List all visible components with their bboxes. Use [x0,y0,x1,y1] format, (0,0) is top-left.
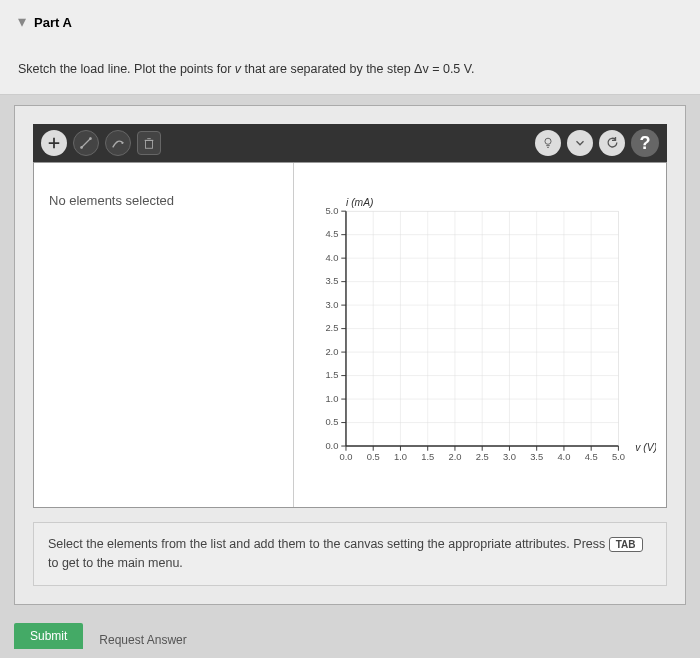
svg-text:2.0: 2.0 [448,451,461,462]
instruction-text: Sketch the load line. Plot the points fo… [18,62,682,76]
svg-text:2.0: 2.0 [325,346,338,357]
hint-box: Select the elements from the list and ad… [33,522,667,586]
plot-canvas[interactable]: i (mA) 0.00.51.01.52.02.53.03.54.04.55.0… [294,163,666,507]
help-button[interactable]: ? [631,129,659,157]
svg-text:5.0: 5.0 [612,451,625,462]
no-selection-text: No elements selected [49,193,278,208]
svg-point-2 [121,142,123,144]
svg-point-1 [89,137,92,140]
y-axis-label: i (mA) [346,197,374,208]
svg-text:1.0: 1.0 [394,451,407,462]
svg-text:2.5: 2.5 [476,451,489,462]
tab-key-label: TAB [609,537,643,552]
svg-text:4.5: 4.5 [585,451,598,462]
svg-text:3.0: 3.0 [325,299,338,310]
collapse-indicator: ▾ [18,13,26,30]
svg-point-0 [80,146,83,149]
svg-text:3.5: 3.5 [530,451,543,462]
svg-text:3.0: 3.0 [503,451,516,462]
dropdown-button[interactable] [567,130,593,156]
submit-button[interactable]: Submit [14,623,83,649]
svg-text:0.5: 0.5 [367,451,380,462]
chart-svg: i (mA) 0.00.51.01.52.02.53.03.54.04.55.0… [299,183,656,493]
svg-text:0.5: 0.5 [325,416,338,427]
element-sidebar: No elements selected [34,163,294,507]
drawing-panel: ? No elements selected i (mA) 0.00.51.01… [14,105,686,605]
svg-text:2.5: 2.5 [325,322,338,333]
svg-text:0.0: 0.0 [325,440,338,451]
hint-button[interactable] [535,130,561,156]
svg-text:3.5: 3.5 [325,275,338,286]
delete-tool[interactable] [137,131,161,155]
line-tool[interactable] [73,130,99,156]
x-axis-label: v (V) [635,442,656,453]
curve-tool[interactable] [105,130,131,156]
svg-text:4.0: 4.0 [325,252,338,263]
svg-text:1.5: 1.5 [421,451,434,462]
svg-text:1.0: 1.0 [325,393,338,404]
part-label: Part A [34,15,72,30]
svg-text:5.0: 5.0 [325,205,338,216]
svg-rect-3 [146,140,153,148]
toolbar: ? [33,124,667,162]
svg-point-4 [545,138,551,144]
svg-text:0.0: 0.0 [339,451,352,462]
svg-text:4.5: 4.5 [325,228,338,239]
svg-text:1.5: 1.5 [325,369,338,380]
svg-text:4.0: 4.0 [557,451,570,462]
reset-button[interactable] [599,130,625,156]
add-point-tool[interactable] [41,130,67,156]
request-answer-link[interactable]: Request Answer [99,633,186,649]
